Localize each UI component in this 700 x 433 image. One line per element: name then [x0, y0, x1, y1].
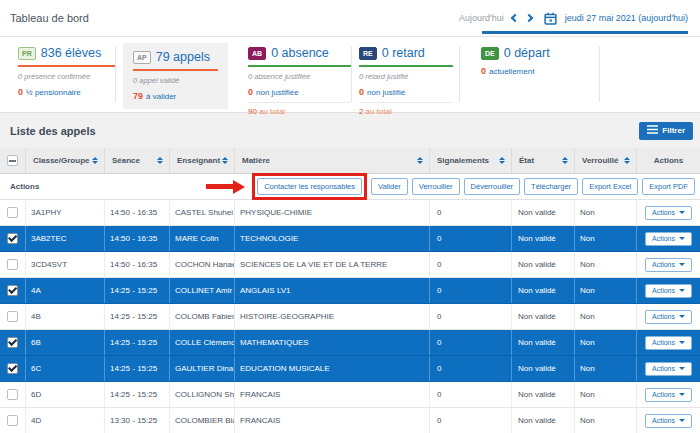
- row-actions-button[interactable]: Actions: [645, 206, 692, 220]
- row-actions-button[interactable]: Actions: [645, 284, 692, 298]
- row-actions-button[interactable]: Actions: [645, 362, 692, 376]
- verrouiller-button[interactable]: Verrouiller: [412, 178, 460, 195]
- row-checkbox-cell: [0, 200, 26, 225]
- chevron-left-icon[interactable]: [510, 14, 518, 22]
- row-checkbox[interactable]: [7, 311, 18, 322]
- sort-icon[interactable]: [499, 157, 505, 165]
- cell-verrouille: Non: [575, 356, 637, 381]
- cell-classe: 6C: [26, 356, 105, 381]
- cell-classe: 6D: [26, 382, 105, 407]
- valider-button[interactable]: Valider: [371, 178, 408, 195]
- row-actions-button[interactable]: Actions: [645, 414, 692, 428]
- cell-enseignant: MARE Colin: [170, 226, 235, 251]
- stat-value: 0: [481, 66, 486, 76]
- col-header-enseignant[interactable]: Enseignant: [170, 148, 235, 173]
- row-actions-button[interactable]: Actions: [645, 258, 692, 272]
- cell-enseignant: COLOMBIER Bianca: [170, 408, 235, 433]
- row-checkbox[interactable]: [7, 233, 18, 244]
- col-header-matiere[interactable]: Matière: [235, 148, 430, 173]
- cell-actions: Actions: [637, 278, 700, 303]
- col-header-verrouille[interactable]: Verrouillé: [575, 148, 637, 173]
- row-checkbox[interactable]: [7, 363, 18, 374]
- table-row[interactable]: 4B 14:25 - 15:25 COLOMB Fabienne HISTOIR…: [0, 304, 700, 330]
- stat-subtitle: 0 retard justifié: [359, 72, 453, 81]
- page-title: Tableau de bord: [10, 12, 89, 24]
- row-checkbox[interactable]: [7, 207, 18, 218]
- chevron-right-icon[interactable]: [524, 14, 532, 22]
- row-checkbox-cell: [0, 356, 26, 381]
- telecharger-button[interactable]: Télécharger: [524, 178, 578, 195]
- deverrouiller-button[interactable]: Déverrouiller: [464, 178, 521, 195]
- select-all-checkbox[interactable]: [7, 155, 18, 166]
- stat-card-appels[interactable]: AP 79 appels 0 appel validé 79à valider: [123, 43, 228, 109]
- top-bar: Tableau de bord Aujourd'hui jeudi 27 mai…: [0, 0, 700, 36]
- row-actions-button[interactable]: Actions: [645, 388, 692, 402]
- vertical-divider: [351, 46, 352, 102]
- stat-value-line: 0actuellement: [481, 66, 591, 76]
- row-actions-button[interactable]: Actions: [645, 336, 692, 350]
- stat-title-retard: 0 retard: [382, 46, 425, 60]
- stat-card-retard[interactable]: RE 0 retard 0 retard justifié 0non justi…: [359, 46, 459, 116]
- sort-icon[interactable]: [624, 157, 630, 165]
- stat-total-value: 2: [359, 107, 363, 116]
- filter-button[interactable]: Filtrer: [639, 122, 693, 140]
- export-pdf-button[interactable]: Export PDF: [642, 178, 695, 195]
- sort-icon[interactable]: [92, 157, 98, 165]
- row-checkbox[interactable]: [7, 259, 18, 270]
- stat-subtitle: 0 présence confirmée: [18, 72, 115, 81]
- stat-value-label: ½ pensionnaire: [26, 88, 81, 97]
- table-row[interactable]: 6C 14:25 - 15:25 GAULTIER Dina EDUCATION…: [0, 356, 700, 382]
- stat-card-eleves[interactable]: PR 836 élèves 0 présence confirmée 0½ pe…: [18, 46, 115, 97]
- cell-classe: 3CD4SVT: [26, 252, 105, 277]
- annotation-arrow: [206, 180, 245, 194]
- stat-card-absence[interactable]: AB 0 absence 0 absence justifiée 0non ju…: [248, 46, 351, 116]
- row-checkbox[interactable]: [7, 337, 18, 348]
- row-checkbox[interactable]: [7, 389, 18, 400]
- col-header-classe-groupe[interactable]: Classe/Groupe: [26, 148, 105, 173]
- cell-verrouille: Non: [575, 330, 637, 355]
- current-date-label[interactable]: jeudi 27 mai 2021 (aujourd'hui): [565, 13, 688, 23]
- table-row[interactable]: 3A1PHY 14:50 - 16:35 CASTEL Shuhei PHYSI…: [0, 200, 700, 226]
- cell-matiere: PHYSIQUE-CHIMIE: [235, 200, 430, 225]
- stats-band: PR 836 élèves 0 présence confirmée 0½ pe…: [0, 36, 700, 113]
- stat-subtitle: 0 absence justifiée: [248, 72, 351, 81]
- cell-enseignant: CASTEL Shuhei: [170, 200, 235, 225]
- table-row[interactable]: 4A 14:25 - 15:25 COLLINET Amir ANGLAIS L…: [0, 278, 700, 304]
- badge-ap: AP: [133, 51, 151, 64]
- table-row[interactable]: 3CD4SVT 14:50 - 16:35 COCHON Hanaé SCIEN…: [0, 252, 700, 278]
- row-checkbox[interactable]: [7, 415, 18, 426]
- date-active-underline: [482, 31, 688, 34]
- col-header-signalements[interactable]: Signalements: [430, 148, 512, 173]
- sort-icon[interactable]: [222, 157, 228, 165]
- stat-rule: [18, 65, 115, 67]
- annotation-highlight-box: Contacter les responsables: [252, 173, 367, 200]
- table-row[interactable]: 4D 13:30 - 15:25 COLOMBIER Bianca FRANCA…: [0, 408, 700, 433]
- cell-seance: 14:25 - 15:25: [105, 356, 170, 381]
- export-excel-button[interactable]: Export Excel: [582, 178, 638, 195]
- row-actions-button[interactable]: Actions: [645, 310, 692, 324]
- cell-enseignant: COCHON Hanaé: [170, 252, 235, 277]
- cell-actions: Actions: [637, 408, 700, 433]
- col-header-etat[interactable]: État: [512, 148, 575, 173]
- cell-actions: Actions: [637, 226, 700, 251]
- cell-signalements: 0: [430, 356, 512, 381]
- row-checkbox[interactable]: [7, 285, 18, 296]
- table-header-row: Classe/Groupe Séance Enseignant Matière …: [0, 148, 700, 174]
- row-actions-button[interactable]: Actions: [645, 232, 692, 246]
- table-row[interactable]: 3AB2TEC 14:50 - 16:35 MARE Colin TECHNOL…: [0, 226, 700, 252]
- actions-label: Actions: [10, 182, 39, 191]
- stat-rule: [248, 65, 351, 67]
- table-row[interactable]: 6D 14:25 - 15:25 COLLIGNON Shinya FRANCA…: [0, 382, 700, 408]
- cell-signalements: 0: [430, 252, 512, 277]
- contacter-responsables-button[interactable]: Contacter les responsables: [257, 178, 362, 195]
- cell-signalements: 0: [430, 200, 512, 225]
- caret-down-icon: [679, 393, 685, 396]
- stat-value-label: non justifiée: [256, 88, 299, 97]
- sort-icon[interactable]: [562, 157, 568, 165]
- calendar-icon[interactable]: [544, 12, 557, 25]
- sort-icon[interactable]: [417, 157, 423, 165]
- sort-icon[interactable]: [157, 157, 163, 165]
- col-header-seance[interactable]: Séance: [105, 148, 170, 173]
- table-row[interactable]: 6B 14:25 - 15:25 COLLE Clémence MATHEMAT…: [0, 330, 700, 356]
- stat-card-depart[interactable]: DE 0 départ 0actuellement: [481, 46, 591, 76]
